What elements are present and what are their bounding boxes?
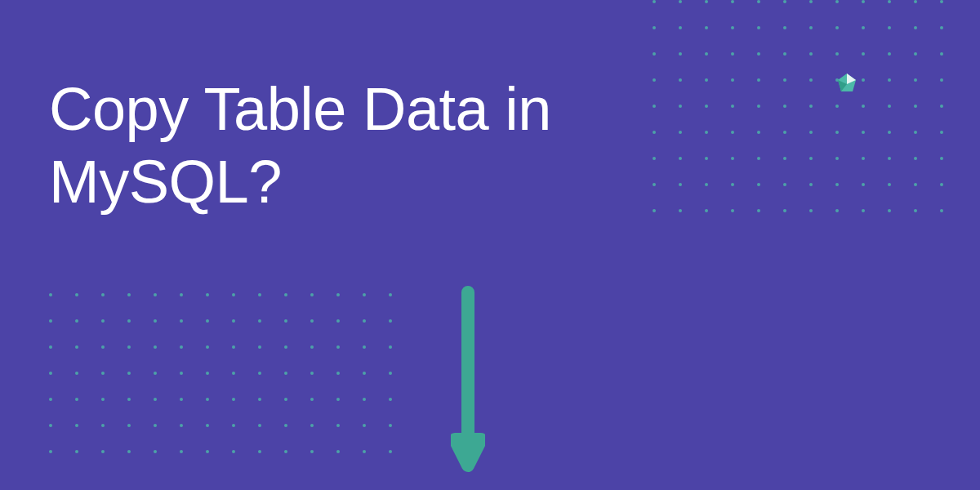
dot (653, 26, 656, 29)
dot (284, 450, 287, 453)
dot (862, 0, 865, 3)
dot (888, 131, 891, 134)
dot-grid-decoration-bottom-left (49, 293, 392, 453)
dot (940, 52, 943, 56)
dot (679, 52, 682, 56)
dot (389, 293, 392, 296)
dot (49, 372, 52, 375)
dot (232, 345, 235, 349)
dot (49, 398, 52, 401)
dot (757, 157, 760, 160)
dot (809, 209, 813, 212)
dot (154, 319, 157, 323)
dot (888, 209, 891, 212)
dot (206, 319, 209, 323)
dot (862, 105, 865, 108)
dot (389, 398, 392, 401)
dot (310, 450, 314, 453)
dot (679, 183, 682, 186)
dot (835, 52, 839, 56)
dot (180, 319, 183, 323)
dot (653, 105, 656, 108)
dot (862, 78, 865, 82)
dot (809, 131, 813, 134)
dot (940, 157, 943, 160)
dot (731, 52, 734, 56)
dot (705, 183, 708, 186)
dot (757, 0, 760, 3)
dot (940, 26, 943, 29)
dot (653, 209, 656, 212)
dot (888, 78, 891, 82)
dot (731, 209, 734, 212)
dot (914, 0, 917, 3)
dot (232, 319, 235, 323)
dot (49, 424, 52, 427)
dot (940, 183, 943, 186)
dot (180, 345, 183, 349)
dot (206, 345, 209, 349)
page-title: Copy Table Data in MySQL? (49, 74, 621, 219)
dot (101, 372, 105, 375)
dot (888, 157, 891, 160)
dot (888, 52, 891, 56)
dot (653, 157, 656, 160)
dot (363, 293, 366, 296)
dot (206, 450, 209, 453)
dot (783, 131, 786, 134)
dot (75, 424, 78, 427)
dot (232, 450, 235, 453)
dot (914, 105, 917, 108)
dot (679, 0, 682, 3)
dot (731, 183, 734, 186)
dot (154, 398, 157, 401)
dot (731, 78, 734, 82)
dot (835, 105, 839, 108)
dot (258, 372, 261, 375)
dot (101, 450, 105, 453)
dot (127, 319, 131, 323)
dot (914, 78, 917, 82)
dot (101, 319, 105, 323)
dot (180, 372, 183, 375)
dot (888, 105, 891, 108)
dot (258, 345, 261, 349)
dot (363, 398, 366, 401)
dot (180, 450, 183, 453)
dot (731, 105, 734, 108)
dot (835, 26, 839, 29)
dot (835, 131, 839, 134)
dot (679, 131, 682, 134)
dot (336, 345, 340, 349)
dot (154, 293, 157, 296)
dot (783, 209, 786, 212)
dot (679, 26, 682, 29)
dot (705, 157, 708, 160)
dot (757, 26, 760, 29)
dot (914, 209, 917, 212)
dot (127, 398, 131, 401)
dot (783, 0, 786, 3)
dot (101, 293, 105, 296)
dot (101, 398, 105, 401)
diamond-logo-icon (835, 72, 859, 96)
dot (232, 398, 235, 401)
dot (757, 131, 760, 134)
dot (284, 398, 287, 401)
dot (679, 105, 682, 108)
dot (862, 209, 865, 212)
dot (757, 105, 760, 108)
dot (258, 398, 261, 401)
dot (310, 345, 314, 349)
dot (862, 26, 865, 29)
dot (336, 372, 340, 375)
dot (679, 209, 682, 212)
dot (914, 26, 917, 29)
dot (101, 345, 105, 349)
dot (310, 293, 314, 296)
dot (862, 52, 865, 56)
dot (783, 105, 786, 108)
dot (809, 0, 813, 3)
dot (862, 157, 865, 160)
dot (914, 183, 917, 186)
